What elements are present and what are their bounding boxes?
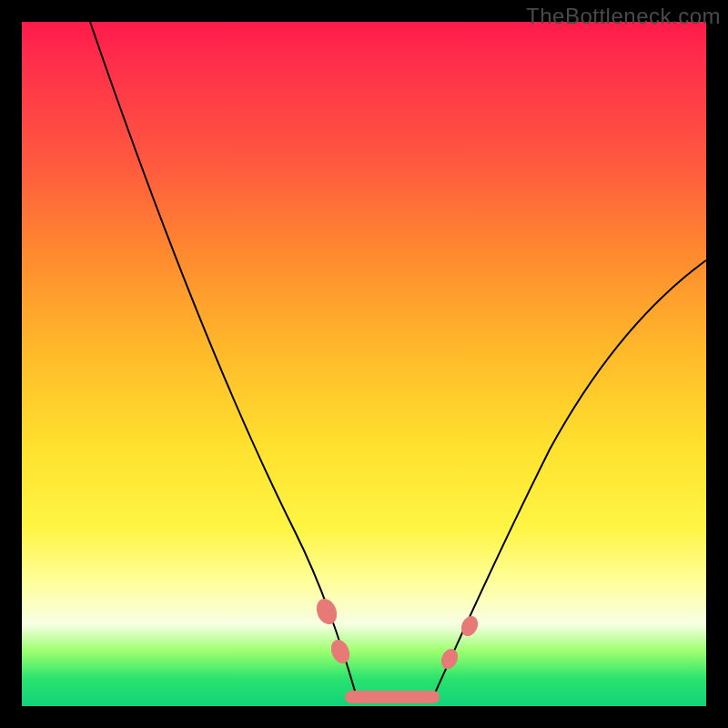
left-dot-lower <box>329 638 352 666</box>
watermark-text: TheBottleneck.com <box>526 4 721 29</box>
left-dot-upper <box>313 596 339 626</box>
curve-left-branch <box>90 22 357 697</box>
plot-area <box>22 22 706 706</box>
chart-frame: TheBottleneck.com <box>0 0 728 728</box>
right-dot-lower <box>439 647 460 672</box>
curve-layer <box>22 22 706 706</box>
